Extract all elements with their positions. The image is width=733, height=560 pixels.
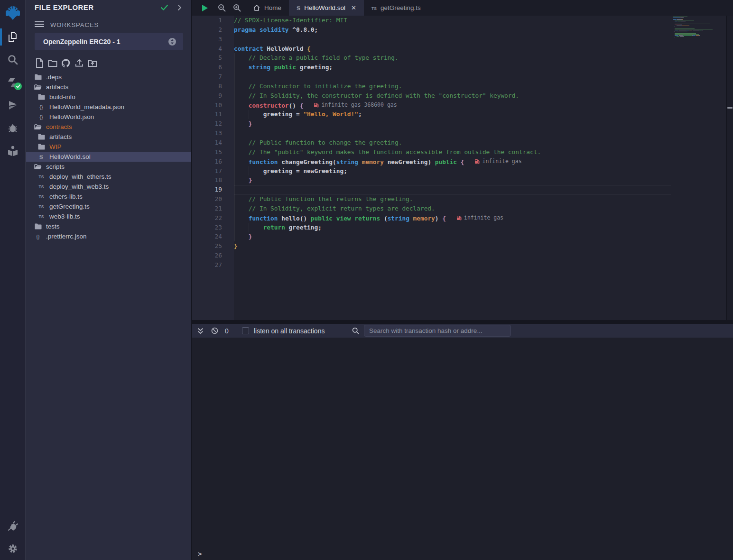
code-line[interactable]: [234, 185, 726, 194]
select-arrows-icon: [168, 37, 176, 46]
code-line[interactable]: // The "public" keyword makes the functi…: [234, 147, 726, 157]
code-line[interactable]: pragma solidity ^0.8.0;: [234, 25, 726, 35]
tree-item--deps[interactable]: .deps: [26, 72, 191, 82]
tree-item-tests[interactable]: tests: [26, 221, 191, 231]
tab-helloworld-sol[interactable]: SHelloWorld.sol✕: [289, 0, 364, 16]
file-type-icon: {}: [37, 104, 45, 110]
tree-item-wip[interactable]: WIP: [26, 142, 191, 152]
code-line[interactable]: // Constructor to initialize the greetin…: [234, 82, 726, 91]
code-line[interactable]: // Declare a public field of type string…: [234, 53, 726, 63]
clear-console-icon[interactable]: [211, 324, 218, 338]
code-area[interactable]: // SPDX-License-Identifier: MITpragma so…: [234, 16, 726, 320]
code-line[interactable]: [234, 129, 726, 138]
tree-item-ethers-lib-ts[interactable]: TSethers-lib.ts: [26, 192, 191, 202]
tab-getgreeting-ts[interactable]: TSgetGreeting.ts: [364, 0, 428, 16]
code-line[interactable]: }: [234, 175, 726, 185]
code-line[interactable]: greeting = newGreeting;: [234, 166, 726, 176]
code-line[interactable]: function changeGreeting(string memory ne…: [234, 157, 726, 166]
code-line[interactable]: [234, 72, 726, 82]
tree-item-scripts[interactable]: scripts: [26, 162, 191, 172]
tree-item-label: HelloWorld.sol: [49, 153, 91, 160]
gas-estimate-label: infinite gas: [482, 157, 521, 166]
settings-icon[interactable]: [0, 537, 26, 560]
tree-item-web3-lib-ts[interactable]: TSweb3-lib.ts: [26, 211, 191, 221]
code-line[interactable]: }: [234, 232, 726, 241]
debugger-icon[interactable]: [0, 117, 26, 139]
tree-item-label: HelloWorld_metadata.json: [49, 103, 124, 110]
tab-home[interactable]: Home: [245, 0, 289, 16]
folder-icon: [34, 124, 42, 130]
new-folder-icon[interactable]: [48, 58, 57, 68]
code-line[interactable]: // Public function that returns the gree…: [234, 194, 726, 204]
activity-spacer: [0, 162, 25, 514]
tree-item-getgreeting-ts[interactable]: TSgetGreeting.ts: [26, 202, 191, 211]
code-line[interactable]: greeting = "Hello, World!";: [234, 110, 726, 119]
check-icon: [160, 4, 168, 11]
transaction-search-input[interactable]: [364, 325, 511, 337]
minimap[interactable]: [673, 17, 716, 50]
zoom-in-icon[interactable]: [230, 0, 243, 16]
tree-item-deploy-with-ethers-ts[interactable]: TSdeploy_with_ethers.ts: [26, 172, 191, 182]
code-line[interactable]: function hello() public view returns (st…: [234, 213, 726, 223]
code-line[interactable]: // In Solidity, explicit return types ar…: [234, 204, 726, 213]
tree-item-artifacts[interactable]: artifacts: [26, 82, 191, 92]
zoom-out-icon[interactable]: [215, 0, 228, 16]
tree-item-label: scripts: [46, 163, 65, 170]
sol-icon: S: [297, 4, 300, 11]
file-explorer-icon[interactable]: [0, 26, 26, 48]
panel-drag-handle[interactable]: [727, 107, 733, 109]
code-line[interactable]: // Public function to change the greetin…: [234, 138, 726, 147]
tree-item-label: deploy_with_web3.ts: [49, 183, 109, 190]
upload-file-icon[interactable]: [74, 58, 84, 68]
code-line[interactable]: return greeting;: [234, 223, 726, 232]
code-line[interactable]: [234, 251, 726, 260]
tree-item--prettierrc-json[interactable]: {}.prettierrc.json: [26, 231, 191, 241]
new-file-icon[interactable]: [35, 58, 44, 68]
folder-icon: [34, 84, 42, 90]
workspace-selected-value: OpenZeppelin ERC20 - 1: [43, 38, 168, 46]
upload-folder-icon[interactable]: [88, 58, 97, 68]
file-tree: .depsartifactsbuild-info{}HelloWorld_met…: [26, 72, 191, 241]
tree-item-build-info[interactable]: build-info: [26, 92, 191, 102]
run-script-button[interactable]: [198, 0, 211, 16]
code-line[interactable]: [234, 35, 726, 44]
folder-icon: [37, 144, 45, 150]
tree-item-deploy-with-web3-ts[interactable]: TSdeploy_with_web3.ts: [26, 182, 191, 192]
tree-item-artifacts[interactable]: artifacts: [26, 132, 191, 142]
tree-item-helloworld-json[interactable]: {}HelloWorld.json: [26, 112, 191, 122]
plugin-manager-icon[interactable]: [0, 514, 26, 537]
solidity-compiler-icon[interactable]: [0, 71, 26, 94]
file-type-icon: TS: [37, 174, 45, 179]
tree-item-contracts[interactable]: contracts: [26, 122, 191, 132]
line-number: 16: [192, 157, 234, 166]
code-line[interactable]: contract HelloWorld {: [234, 44, 726, 54]
code-line[interactable]: string public greeting;: [234, 63, 726, 72]
code-line[interactable]: }: [234, 119, 726, 129]
code-line[interactable]: }: [234, 241, 726, 251]
workspace-select[interactable]: OpenZeppelin ERC20 - 1: [35, 33, 183, 50]
code-line[interactable]: [234, 260, 726, 270]
learneth-icon[interactable]: [0, 139, 26, 162]
listen-transactions-checkbox[interactable]: [242, 327, 249, 334]
remix-logo[interactable]: [0, 0, 26, 26]
expand-terminal-icon[interactable]: [197, 324, 204, 338]
code-line[interactable]: // In Solidity, the constructor is defin…: [234, 91, 726, 101]
tab-label: Home: [264, 4, 281, 11]
file-type-icon: TS: [37, 184, 45, 189]
tab-bar: HomeSHelloWorld.sol✕TSgetGreeting.ts: [192, 0, 733, 16]
tree-item-helloworld-metadata-json[interactable]: {}HelloWorld_metadata.json: [26, 102, 191, 112]
search-icon[interactable]: [0, 48, 26, 71]
tree-item-label: artifacts: [46, 83, 68, 91]
deploy-run-icon[interactable]: [0, 94, 26, 117]
chevron-right-icon[interactable]: [177, 4, 182, 11]
tree-item-helloworld-sol[interactable]: SHelloWorld.sol: [26, 152, 191, 162]
close-tab-icon[interactable]: ✕: [351, 4, 356, 11]
folder-icon: [34, 223, 42, 230]
workspaces-menu-icon[interactable]: [35, 20, 44, 28]
terminal-output[interactable]: >: [192, 338, 733, 560]
line-number: 14: [192, 138, 234, 147]
code-line[interactable]: constructor() {infinite gas 368600 gas: [234, 101, 726, 110]
compiled-check-badge: [14, 83, 22, 90]
github-icon[interactable]: [61, 58, 71, 68]
code-line[interactable]: // SPDX-License-Identifier: MIT: [234, 16, 726, 25]
